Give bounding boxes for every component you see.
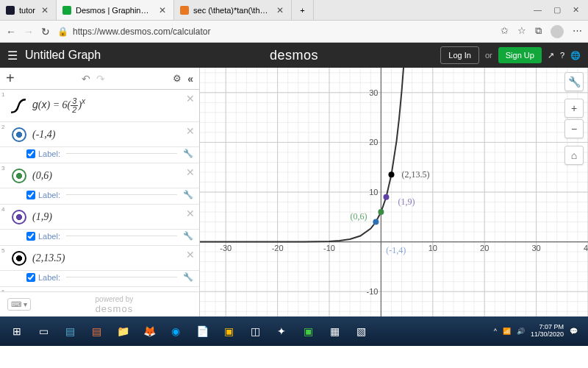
expression-formula[interactable]: (-1,4) [32,129,56,141]
expression-row[interactable]: 1 g(x) = 6(32)x ✕ [0,90,199,122]
expression-row-empty[interactable]: 6 [0,287,199,291]
task-icon[interactable]: ◫ [243,320,268,342]
svg-text:20: 20 [480,244,489,252]
expression-formula[interactable]: (1,9) [32,211,52,223]
collapse-icon[interactable]: « [187,73,193,85]
task-icon[interactable]: ▣ [295,320,320,342]
label-toggle[interactable]: Label:🔧 [0,147,199,163]
share-icon[interactable]: ↗ [548,51,554,60]
home-button[interactable]: ⌂ [564,146,584,165]
task-icon[interactable]: ▦ [322,320,347,342]
clock[interactable]: 7:07 PM 11/30/2020 [531,324,564,339]
point-icon[interactable] [12,251,26,266]
expression-formula[interactable]: g(x) = 6(32)x [32,97,85,114]
wrench-icon[interactable]: 🔧 [183,231,193,241]
svg-point-89 [373,219,379,225]
close-icon[interactable]: ✕ [157,5,168,15]
expression-formula[interactable]: (0,6) [32,170,52,182]
task-icon[interactable]: 📁 [110,320,135,342]
login-button[interactable]: Log In [440,46,479,64]
delete-icon[interactable]: ✕ [186,166,195,178]
app-topbar: ☰ Untitled Graph desmos Log In or Sign U… [0,43,588,68]
keyboard-icon[interactable]: ⌨ ▾ [7,298,31,311]
minimize-icon[interactable]: — [534,5,542,15]
refresh-button[interactable]: ↻ [41,26,50,38]
expression-formula[interactable]: (2,13.5) [32,252,65,264]
wrench-icon[interactable]: 🔧 [564,72,584,91]
svg-text:30: 30 [369,88,378,97]
svg-text:(0,6): (0,6) [350,211,367,222]
browser-tabs: tutor ✕ Desmos | Graphing Calculator ✕ s… [0,0,588,21]
expression-row[interactable]: 2 (-1,4) ✕ [0,122,199,147]
reading-icon[interactable]: ✩ [501,25,509,38]
signup-button[interactable]: Sign Up [498,47,542,63]
wrench-icon[interactable]: 🔧 [183,272,193,282]
svg-text:(2,13.5): (2,13.5) [401,169,429,180]
help-icon[interactable]: ? [560,51,564,60]
add-expression-button[interactable]: + [6,70,15,87]
wifi-icon[interactable]: 📶 [503,328,511,335]
collections-icon[interactable]: ⧉ [535,25,542,38]
profile-icon[interactable] [551,25,564,38]
graph-canvas[interactable]: -30-20-1010203040-10102030(-1,4)(0,6)(1,… [200,68,588,316]
task-icon[interactable]: ▧ [348,320,373,342]
tab-desmos[interactable]: Desmos | Graphing Calculator ✕ [57,0,174,20]
task-icon[interactable]: ▣ [216,320,241,342]
favorite-icon[interactable]: ☆ [517,25,526,38]
zoom-in-button[interactable]: + [564,99,584,118]
svg-point-95 [388,171,394,177]
expression-panel: + ↶ ↷ ⚙ « 1 g(x) = 6(32)x ✕ 2 (-1,4) [0,68,200,316]
maximize-icon[interactable]: ▢ [553,5,561,15]
expression-row[interactable]: 5 (2,13.5) ✕ [0,246,199,271]
graph-title[interactable]: Untitled Graph [25,49,101,62]
delete-icon[interactable]: ✕ [186,208,195,219]
tray-icon[interactable]: ^ [494,328,497,335]
expression-row[interactable]: 4 (1,9) ✕ [0,205,199,230]
task-icon[interactable]: ◉ [163,320,188,342]
settings-icon[interactable]: ⚙ [173,73,182,84]
task-icon[interactable]: ▭ [31,320,56,342]
task-icon[interactable]: ▤ [84,320,109,342]
svg-text:-10: -10 [366,287,378,296]
wrench-icon[interactable]: 🔧 [183,190,193,199]
undo-button[interactable]: ↶ [82,73,90,85]
point-icon[interactable] [12,169,26,183]
volume-icon[interactable]: 🔊 [517,328,525,335]
task-icon[interactable]: ▤ [57,320,82,342]
expression-row[interactable]: 3 (0,6) ✕ [0,163,199,188]
new-tab-button[interactable]: + [292,0,314,20]
menu-icon[interactable]: ⋯ [573,25,582,38]
svg-point-91 [378,209,384,215]
zoom-out-button[interactable]: − [564,119,584,138]
point-icon[interactable] [12,127,26,142]
start-button[interactable]: ⊞ [4,320,29,342]
task-icon[interactable]: 🦊 [137,320,162,342]
close-icon[interactable]: ✕ [275,5,285,15]
brand-logo: desmos [270,48,318,63]
close-window-icon[interactable]: ✕ [573,5,579,15]
url-field[interactable]: 🔒 https://www.desmos.com/calculator [57,26,493,37]
hamburger-icon[interactable]: ☰ [7,49,18,63]
favicon-desmos [62,6,71,15]
tab-tutor[interactable]: tutor ✕ [0,0,57,20]
task-icon[interactable]: ✦ [269,320,294,342]
delete-icon[interactable]: ✕ [186,125,195,137]
wrench-icon[interactable]: 🔧 [183,149,193,158]
language-icon[interactable]: 🌐 [570,51,581,60]
delete-icon[interactable]: ✕ [186,93,195,105]
tab-wolfram[interactable]: sec (\theta)*tan(\theta)-cos (\the ✕ [174,0,292,20]
label-toggle[interactable]: Label:🔧 [0,271,199,287]
delete-icon[interactable]: ✕ [186,249,195,261]
favicon-tutor [6,6,15,15]
point-icon[interactable] [12,210,26,224]
svg-text:20: 20 [369,138,378,146]
close-icon[interactable]: ✕ [40,5,50,15]
notifications-icon[interactable]: 💬 [570,328,578,335]
back-button[interactable]: ← [6,26,16,38]
task-icon[interactable]: 📄 [190,320,215,342]
svg-text:(1,9): (1,9) [398,197,415,207]
label-toggle[interactable]: Label:🔧 [0,230,199,246]
label-toggle[interactable]: Label:🔧 [0,188,199,205]
favicon-wolfram [180,6,189,15]
function-icon[interactable] [10,98,26,114]
